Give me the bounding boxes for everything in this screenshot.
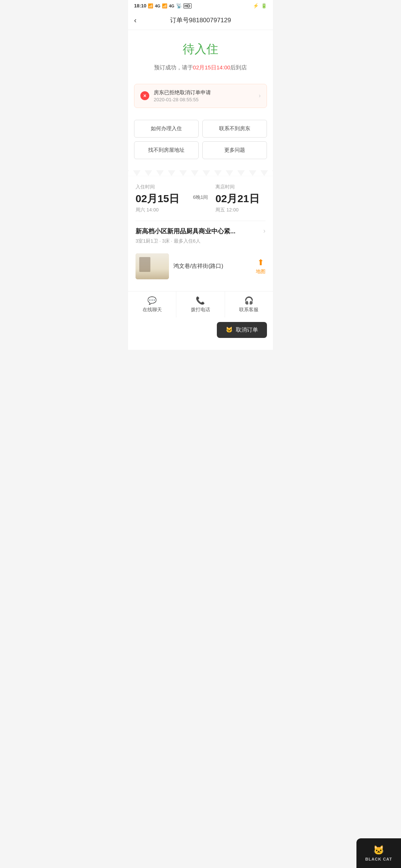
chat-icon: 💬 [147, 296, 157, 305]
hd-label: HD [183, 3, 192, 9]
contact-landlord-button[interactable]: 联系不到房东 [202, 120, 267, 138]
notice-rejected-icon: × [140, 91, 149, 100]
notice-content: 房东已拒绝取消订单申请 2020-01-28 08:55:55 [154, 89, 254, 102]
service-button[interactable]: 🎧 联系客服 [225, 292, 273, 318]
status-title: 待入住 [136, 41, 265, 57]
checkin-help-button[interactable]: 如何办理入住 [134, 120, 199, 138]
bottom-actions: 💬 在线聊天 📞 拨打电话 🎧 联系客服 [128, 291, 273, 318]
checkout-block: 离店时间 02月21日 周五 12:00 [215, 184, 265, 213]
map-icon: ⬆ [257, 258, 264, 267]
status-right: ⚡ 🔋 [253, 3, 267, 9]
status-section: 待入住 预订成功，请于02月15日14:00后到店 [128, 30, 273, 79]
page-header: ‹ 订单号981800797129 [128, 11, 273, 30]
cancel-section: 🐱 取消订单 [128, 318, 273, 342]
status-left: 18:10 📶 4G 📶 4G 📡 HD [134, 3, 192, 9]
property-name: 新高档小区新用品厨具商业中心紧... [136, 227, 263, 236]
checkout-label: 离店时间 [215, 184, 265, 190]
property-image [136, 253, 169, 279]
chat-button[interactable]: 💬 在线聊天 [128, 292, 176, 318]
map-label: 地图 [256, 268, 265, 275]
service-label: 联系客服 [239, 306, 258, 313]
wifi-icon: 📡 [176, 3, 182, 9]
bluetooth-icon: ⚡ [253, 3, 259, 9]
battery-icon: 🔋 [261, 3, 267, 9]
notice-time: 2020-01-28 08:55:55 [154, 97, 254, 102]
back-button[interactable]: ‹ [134, 16, 137, 24]
signal-4g-label2: 4G [169, 4, 175, 8]
call-button[interactable]: 📞 拨打电话 [176, 292, 225, 318]
cancel-icon: 🐱 [226, 326, 233, 333]
more-questions-button[interactable]: 更多问题 [202, 141, 267, 159]
property-desc: 3室1厨1卫 · 3床 · 最多入住6人 [136, 238, 263, 244]
booking-card: 入住时间 02月15日 周六 14:00 6晚1间 离店时间 02月21日 周五… [128, 176, 273, 285]
notice-card[interactable]: × 房东已拒绝取消订单申请 2020-01-28 08:55:55 › [134, 84, 267, 108]
checkin-label: 入住时间 [136, 184, 186, 190]
time-label: 18:10 [134, 3, 146, 9]
signal-icon2: 📶 [162, 3, 167, 9]
main-content: 待入住 预订成功，请于02月15日14:00后到店 × 房东已拒绝取消订单申请 … [128, 30, 273, 350]
service-icon: 🎧 [244, 296, 254, 305]
status-bar: 18:10 📶 4G 📶 4G 📡 HD ⚡ 🔋 [128, 0, 273, 11]
location-row: 鸿文巷/吉祥街(路口) ⬆ 地图 [136, 253, 265, 279]
chat-label: 在线聊天 [143, 306, 162, 313]
checkin-block: 入住时间 02月15日 周六 14:00 [136, 184, 186, 213]
signal-4g-label: 4G [155, 4, 160, 8]
checkout-date: 02月21日 [215, 192, 265, 206]
property-section: 新高档小区新用品厨具商业中心紧... 3室1厨1卫 · 3床 · 最多入住6人 … [136, 221, 265, 279]
desc-pre: 预订成功，请于 [154, 64, 193, 70]
checkout-day: 周五 12:00 [215, 207, 265, 213]
page-title: 订单号981800797129 [170, 16, 231, 24]
nights-badge: 6晚1间 [189, 194, 212, 201]
date-row: 入住时间 02月15日 周六 14:00 6晚1间 离店时间 02月21日 周五… [136, 184, 265, 213]
desc-highlight: 02月15日14:00 [193, 64, 231, 70]
notice-text: 房东已拒绝取消订单申请 [154, 89, 254, 96]
cancel-order-button[interactable]: 🐱 取消订单 [217, 322, 267, 338]
status-description: 预订成功，请于02月15日14:00后到店 [136, 63, 265, 72]
checkin-day: 周六 14:00 [136, 207, 186, 213]
property-header[interactable]: 新高档小区新用品厨具商业中心紧... 3室1厨1卫 · 3床 · 最多入住6人 … [136, 227, 265, 250]
room-interior-image [136, 253, 169, 279]
find-address-button[interactable]: 找不到房屋地址 [134, 141, 199, 159]
cancel-label: 取消订单 [236, 326, 258, 333]
call-label: 拨打电话 [191, 306, 210, 313]
wavy-divider [128, 170, 273, 176]
call-icon: 📞 [196, 296, 205, 305]
location-text: 鸿文巷/吉祥街(路口) [173, 263, 251, 270]
map-button[interactable]: ⬆ 地图 [256, 258, 265, 275]
signal-icon: 📶 [148, 3, 153, 9]
property-arrow-icon: › [263, 227, 265, 235]
desc-post: 后到店 [230, 64, 247, 70]
notice-arrow-icon: › [259, 92, 261, 99]
checkin-date: 02月15日 [136, 192, 186, 206]
quick-actions-grid: 如何办理入住 联系不到房东 找不到房屋地址 更多问题 [128, 112, 273, 167]
